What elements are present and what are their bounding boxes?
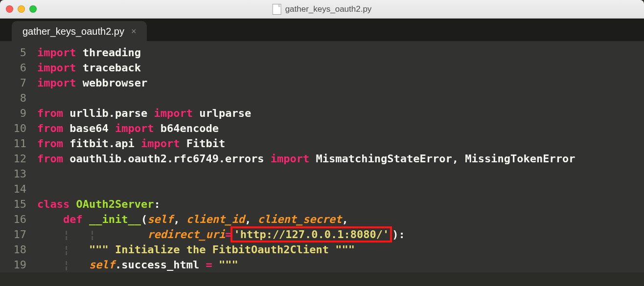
zoom-window-button[interactable] — [29, 5, 37, 13]
code-line: 12 from oauthlib.oauth2.rfc6749.errors i… — [0, 151, 644, 166]
code-line: 7 import webbrowser — [0, 75, 644, 90]
traffic-lights — [6, 5, 37, 13]
tab-filename: gather_keys_oauth2.py — [23, 26, 124, 37]
code-line: 18 ¦ """ Initialize the FitbitOauth2Clie… — [0, 242, 644, 257]
code-line: 17 ¦ ¦ redirect_uri='http://127.0.0.1:80… — [0, 227, 644, 242]
tab-bar: gather_keys_oauth2.py × — [0, 19, 644, 41]
code-line: 16 def __init__(self, client_id, client_… — [0, 212, 644, 227]
line-number: 5 — [0, 46, 37, 59]
window-title: gather_keys_oauth2.py — [273, 4, 372, 15]
window-title-text: gather_keys_oauth2.py — [285, 4, 372, 14]
line-number: 8 — [0, 92, 37, 104]
code-line: 10 from base64 import b64encode — [0, 121, 644, 136]
line-number: 18 — [0, 243, 37, 256]
code-editor[interactable]: 5 import threading 6 import traceback 7 … — [0, 41, 644, 272]
redirect-uri-highlight: 'http://127.0.0.1:8080/' — [230, 226, 392, 242]
code-line: 13 — [0, 166, 644, 181]
close-tab-icon[interactable]: × — [131, 26, 137, 37]
code-line: 5 import threading — [0, 45, 644, 60]
code-line: 9 from urllib.parse import urlparse — [0, 106, 644, 121]
code-line: 6 import traceback — [0, 60, 644, 75]
line-number: 16 — [0, 213, 37, 225]
line-number: 7 — [0, 77, 37, 89]
line-number: 13 — [0, 168, 37, 180]
file-icon — [273, 4, 281, 15]
line-number: 6 — [0, 62, 37, 74]
code-line: 8 — [0, 90, 644, 106]
window-titlebar: gather_keys_oauth2.py — [0, 0, 644, 19]
line-number: 11 — [0, 137, 37, 150]
code-line: 19 ¦ self.success_html = """ — [0, 257, 644, 272]
line-number: 15 — [0, 198, 37, 210]
line-number: 14 — [0, 183, 37, 195]
file-tab[interactable]: gather_keys_oauth2.py × — [12, 21, 147, 41]
minimize-window-button[interactable] — [18, 5, 25, 13]
line-number: 17 — [0, 228, 37, 241]
close-window-button[interactable] — [6, 5, 13, 13]
code-line: 15 class OAuth2Server: — [0, 197, 644, 212]
line-number: 10 — [0, 122, 37, 134]
line-number: 12 — [0, 153, 37, 165]
line-number: 19 — [0, 259, 37, 271]
line-number: 9 — [0, 107, 37, 119]
code-line: 11 from fitbit.api import Fitbit — [0, 136, 644, 151]
code-line: 14 — [0, 181, 644, 197]
